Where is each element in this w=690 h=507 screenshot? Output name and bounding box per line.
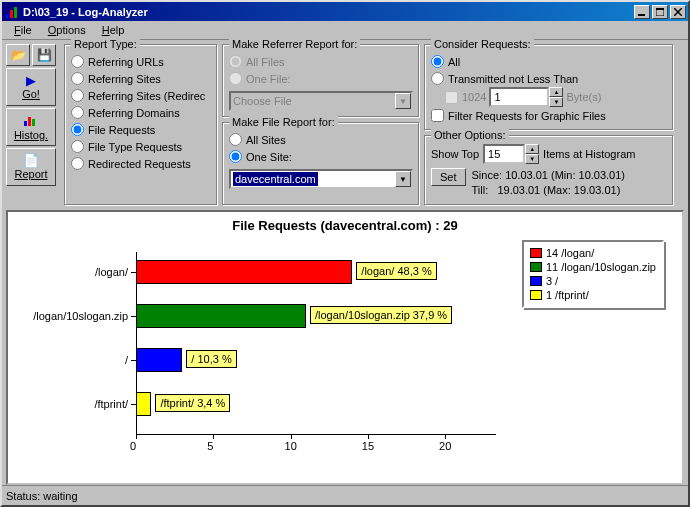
chart-legend: 14 /logan/11 /logan/10slogan.zip3 /1 /ft… — [522, 240, 664, 308]
close-button[interactable] — [670, 5, 686, 19]
play-icon: ▶ — [26, 74, 36, 87]
file-report-title: Make File Report for: — [229, 116, 338, 128]
set-button[interactable]: Set — [431, 168, 466, 186]
statusbar: Status: waiting — [2, 485, 688, 505]
multiplier-input[interactable]: 1 — [489, 87, 549, 107]
consider-requests-group: Consider Requests: All Transmitted not L… — [424, 44, 674, 131]
chevron-down-icon: ▼ — [395, 93, 411, 109]
maximize-button[interactable] — [652, 5, 668, 19]
data-label: / 10,3 % — [186, 350, 236, 368]
legend-item: 1 /ftprint/ — [530, 288, 656, 302]
data-label: /ftprint/ 3,4 % — [155, 394, 230, 412]
chevron-down-icon[interactable]: ▼ — [549, 97, 563, 107]
data-label: /logan/ 48,3 % — [356, 262, 436, 280]
radio-all-files: All Files — [229, 53, 413, 70]
items-at-label: Items at Histogram — [543, 148, 635, 160]
x-axis-label: 15 — [362, 440, 374, 469]
x-axis-label: 5 — [207, 440, 213, 469]
radio-report-type-6[interactable]: Redirected Requests — [71, 155, 211, 172]
y-axis-label: /logan/10slogan.zip — [8, 310, 128, 322]
chart-title: File Requests (davecentral.com) : 29 — [8, 212, 682, 235]
svg-rect-10 — [32, 119, 35, 126]
legend-swatch-icon — [530, 248, 542, 258]
go-button[interactable]: ▶ Go! — [6, 68, 56, 106]
show-top-input[interactable]: 15 — [483, 144, 525, 164]
x-axis-label: 0 — [130, 440, 136, 469]
report-button[interactable]: 📄 Report — [6, 148, 56, 186]
app-icon — [4, 4, 20, 20]
histogram-icon — [24, 114, 38, 128]
referrer-report-title: Make Referrer Report for: — [229, 38, 360, 50]
y-axis-label: /logan/ — [8, 266, 128, 278]
floppy-icon: 💾 — [37, 48, 52, 62]
chart-bar — [136, 260, 352, 284]
window-title: D:\03_19 - Log-Analyzer — [23, 6, 632, 18]
chevron-up-icon[interactable]: ▲ — [549, 87, 563, 97]
radio-report-type-3[interactable]: Referring Domains — [71, 104, 211, 121]
legend-swatch-icon — [530, 290, 542, 300]
svg-rect-3 — [638, 14, 645, 16]
status-text: Status: waiting — [6, 490, 78, 502]
svg-rect-8 — [24, 121, 27, 126]
menu-options[interactable]: Options — [40, 22, 94, 38]
chart-area: File Requests (davecentral.com) : 29 14 … — [6, 210, 684, 485]
svg-rect-0 — [6, 14, 9, 18]
radio-report-type-0[interactable]: Referring URLs — [71, 53, 211, 70]
file-report-group: Make File Report for: All Sites One Site… — [222, 122, 420, 206]
show-top-label: Show Top — [431, 148, 479, 160]
histogram-label: Histog. — [14, 129, 48, 141]
radio-one-site[interactable]: One Site: — [229, 148, 413, 165]
legend-swatch-icon — [530, 276, 542, 286]
histogram-button[interactable]: Histog. — [6, 108, 56, 146]
svg-rect-9 — [28, 117, 31, 126]
site-dropdown[interactable]: davecentral.com ▼ — [229, 169, 413, 189]
y-axis-label: / — [8, 354, 128, 366]
chevron-down-icon[interactable]: ▼ — [395, 171, 411, 187]
legend-item: 14 /logan/ — [530, 246, 656, 260]
filter-graphics-check[interactable]: Filter Requests for Graphic Files — [431, 107, 667, 124]
svg-rect-2 — [14, 7, 17, 18]
report-type-group: Report Type: Referring URLsReferring Sit… — [64, 44, 218, 206]
x-axis-label: 10 — [285, 440, 297, 469]
folder-open-icon: 📂 — [11, 48, 26, 62]
radio-all-sites[interactable]: All Sites — [229, 131, 413, 148]
radio-report-type-4[interactable]: File Requests — [71, 121, 211, 138]
legend-item: 11 /logan/10slogan.zip — [530, 260, 656, 274]
radio-report-type-5[interactable]: File Type Requests — [71, 138, 211, 155]
till-value: 19.03.01 (Max: 19.03.01) — [497, 184, 620, 196]
open-button[interactable]: 📂 — [6, 44, 30, 66]
x-axis-label: 20 — [439, 440, 451, 469]
radio-report-type-2[interactable]: Referring Sites (Redirec — [71, 87, 211, 104]
svg-rect-5 — [656, 8, 664, 10]
save-button[interactable]: 💾 — [32, 44, 56, 66]
radio-report-type-1[interactable]: Referring Sites — [71, 70, 211, 87]
till-label: Till: — [472, 184, 489, 196]
radio-transmitted[interactable]: Transmitted not Less Than — [431, 70, 667, 87]
multiplier-spinner[interactable]: ▲▼ — [549, 87, 563, 107]
since-label: Since: — [472, 169, 503, 181]
go-label: Go! — [22, 88, 40, 100]
other-title: Other Options: — [431, 129, 509, 141]
menu-file[interactable]: File — [6, 22, 40, 38]
legend-item: 3 / — [530, 274, 656, 288]
referrer-report-group: Make Referrer Report for: All Files One … — [222, 44, 420, 118]
show-top-spinner[interactable]: ▲▼ — [525, 144, 539, 164]
radio-consider-all[interactable]: All — [431, 53, 667, 70]
chart-bar — [136, 348, 182, 372]
chart-bar — [136, 392, 151, 416]
chart-bar — [136, 304, 306, 328]
chevron-down-icon[interactable]: ▼ — [525, 154, 539, 164]
kb-check: 1024 — [445, 89, 486, 106]
other-options-group: Other Options: Show Top 15 ▲▼ Items at H… — [424, 135, 674, 206]
titlebar: D:\03_19 - Log-Analyzer — [2, 2, 688, 21]
report-type-title: Report Type: — [71, 38, 140, 50]
since-value: 10.03.01 (Min: 10.03.01) — [505, 169, 625, 181]
legend-swatch-icon — [530, 262, 542, 272]
chevron-up-icon[interactable]: ▲ — [525, 144, 539, 154]
menu-help[interactable]: Help — [94, 22, 133, 38]
choose-file-dropdown: Choose File ▼ — [229, 91, 413, 111]
minimize-button[interactable] — [634, 5, 650, 19]
svg-rect-1 — [10, 10, 13, 18]
bytes-label: Byte(s) — [566, 91, 601, 103]
report-label: Report — [14, 168, 47, 180]
